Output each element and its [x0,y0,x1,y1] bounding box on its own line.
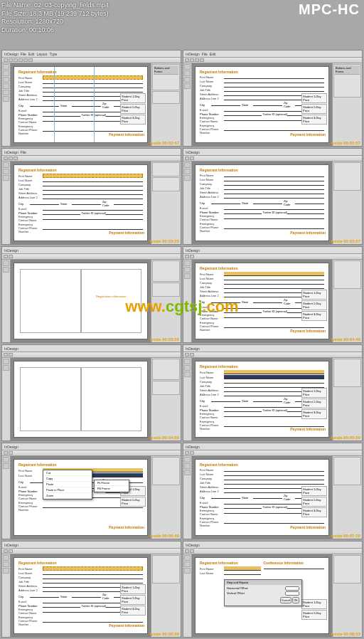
player-brand: MPC-HC [299,1,360,18]
thumb-9[interactable]: InDesign Registrant Information First Na… [1,443,181,539]
page-note: Registration information [87,295,135,298]
thumb-10[interactable]: InDesign Registrant Information First Na… [183,443,363,539]
ctx-item[interactable]: Copy [43,476,92,482]
ok-button[interactable]: OK [292,597,299,603]
thumb-3[interactable]: InDesignFile Registrant Information Firs… [1,148,181,245]
ctx-item[interactable]: Paste [43,482,92,487]
highlighted-field[interactable] [43,75,143,80]
ctx-item[interactable]: Paste in Place [43,487,92,493]
step-repeat-dialog[interactable]: Step and Repeat Horizontal Offset Vertic… [224,579,302,606]
selected-field-row[interactable] [43,174,143,178]
tool-palette[interactable] [2,63,11,146]
thumb-7[interactable]: InDesign lynda 00:04:50 [1,344,181,441]
menubar[interactable]: InDesignFileEditLayoutType [2,51,181,58]
selected-dark-field[interactable] [224,375,324,379]
ctx-item[interactable]: Cut [43,470,92,476]
context-menu[interactable]: Cut Copy Paste Paste in Place Zoom [43,470,92,500]
document-canvas[interactable]: Registrant Information First Name Last N… [14,66,148,143]
offset-input[interactable] [285,586,299,591]
thumb-11[interactable]: InDesign Registrant Information First Na… [1,541,181,638]
offset-input[interactable] [285,591,299,596]
thumb-1[interactable]: InDesignFileEditLayoutType Registrant In… [1,50,181,147]
thumb-4[interactable]: InDesign Registrant Information First Na… [183,148,363,245]
panels[interactable]: Buttons and Forms [151,63,181,146]
thumbnail-grid: InDesignFileEditLayoutType Registrant In… [0,0,364,639]
thumb-2[interactable]: InDesignFileEdit Registrant Information … [183,50,363,147]
timestamp: lynda 00:02:47 [150,141,179,145]
thumb-6[interactable]: InDesign Registrant Information First Na… [183,246,363,343]
page-spread[interactable]: Registration information [20,269,141,333]
thumb-5[interactable]: InDesign Registration information lynda … [1,246,181,343]
thumb-8[interactable]: InDesign Registrant Information First Na… [183,344,363,441]
context-submenu[interactable]: Fit FrameFill Frame [94,480,129,492]
cancel-button[interactable]: Cancel [280,597,291,603]
file-metadata: File Name: 02_03-copying_fields.mp4 File… [1,1,109,35]
ctx-item[interactable]: Zoom [43,493,92,499]
section-heading: Registrant Information [18,70,143,74]
thumb-12[interactable]: InDesign Registrant Information First Na… [183,541,363,638]
toolbar[interactable] [2,58,181,63]
